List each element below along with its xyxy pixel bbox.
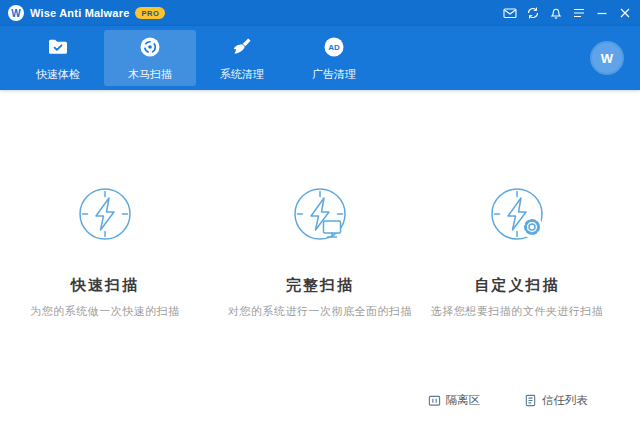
broom-icon — [230, 35, 254, 63]
app-window: W Wise Anti Malware PRO — [0, 0, 640, 424]
custom-scan-gear-icon[interactable] — [485, 182, 549, 250]
quarantine-link[interactable]: 隔离区 — [428, 393, 481, 408]
folder-check-icon — [46, 35, 70, 63]
scan-subtitle: 为您的系统做一次快速的扫描 — [30, 304, 180, 319]
tab-ad-cleanup[interactable]: AD 广告清理 — [288, 30, 380, 86]
quarantine-label: 隔离区 — [446, 393, 481, 408]
main-nav: 快速体检 木马扫描 — [0, 26, 640, 90]
minimize-button[interactable] — [592, 4, 611, 22]
notification-icon[interactable] — [546, 4, 565, 22]
close-button[interactable] — [615, 4, 634, 22]
quick-scan-bolt-icon[interactable] — [73, 182, 137, 250]
tab-label: 广告清理 — [312, 67, 356, 82]
trust-list-label: 信任列表 — [542, 393, 588, 408]
ad-circle-icon: AD — [322, 35, 346, 63]
user-avatar[interactable]: W — [592, 43, 622, 73]
scan-title: 完整扫描 — [286, 276, 354, 295]
titlebar-branding: W Wise Anti Malware PRO — [8, 5, 165, 21]
menu-icon[interactable] — [569, 4, 588, 22]
scan-title: 快速扫描 — [71, 276, 139, 295]
custom-scan-option[interactable]: 自定义扫描 选择您想要扫描的文件夹进行扫描 — [412, 90, 622, 319]
footer-links: 隔离区 信任列表 — [428, 393, 589, 408]
trust-list-link[interactable]: 信任列表 — [524, 393, 588, 408]
scan-options-panel: 快速扫描 为您的系统做一次快速的扫描 完整扫描 对您的系统进行一次彻底全面的扫描 — [0, 90, 640, 424]
tab-trojan-scan[interactable]: 木马扫描 — [104, 30, 196, 86]
tab-label: 木马扫描 — [128, 67, 172, 82]
svg-text:AD: AD — [328, 43, 340, 52]
pro-badge: PRO — [135, 7, 165, 19]
mail-icon[interactable] — [500, 4, 519, 22]
app-title: Wise Anti Malware — [30, 7, 129, 19]
quarantine-box-icon — [428, 394, 441, 407]
full-scan-option[interactable]: 完整扫描 对您的系统进行一次彻底全面的扫描 — [215, 90, 425, 319]
titlebar-controls — [500, 4, 634, 22]
tab-label: 快速体检 — [36, 67, 80, 82]
window-chrome: W Wise Anti Malware PRO — [0, 0, 640, 90]
full-scan-monitor-icon[interactable] — [288, 182, 352, 250]
titlebar: W Wise Anti Malware PRO — [0, 0, 640, 26]
scan-title: 自定义扫描 — [475, 276, 560, 295]
app-logo-icon: W — [8, 5, 24, 21]
quick-scan-option[interactable]: 快速扫描 为您的系统做一次快速的扫描 — [0, 90, 210, 319]
refresh-icon[interactable] — [523, 4, 542, 22]
tab-system-cleanup[interactable]: 系统清理 — [196, 30, 288, 86]
tab-label: 系统清理 — [220, 67, 264, 82]
scan-subtitle: 对您的系统进行一次彻底全面的扫描 — [228, 304, 412, 319]
tab-quick-checkup[interactable]: 快速体检 — [12, 30, 104, 86]
trust-list-icon — [524, 394, 537, 407]
scan-subtitle: 选择您想要扫描的文件夹进行扫描 — [431, 304, 604, 319]
scan-disc-icon — [138, 35, 162, 63]
